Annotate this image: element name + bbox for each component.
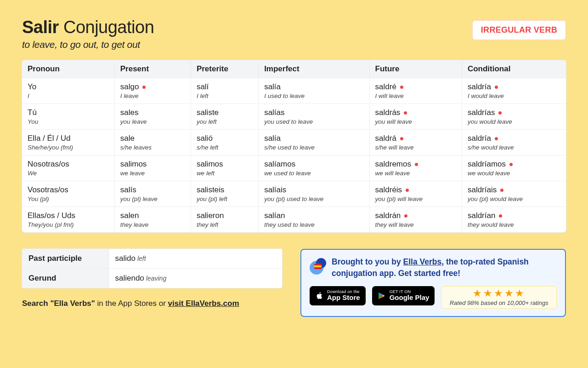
table-row: YoIsalgo I leavesalíI leftsalíaI used to…: [22, 78, 566, 104]
irregular-dot-icon: [415, 163, 418, 166]
irregular-dot-icon: [142, 86, 146, 89]
conjugation-cell: salgo I leave: [114, 78, 191, 104]
conjugation-cell: salíI left: [191, 78, 258, 104]
conjugation-cell: saliós/he left: [191, 130, 258, 155]
conjugation-cell: salíaI used to leave: [259, 78, 369, 104]
irregular-dot-icon: [498, 111, 502, 115]
conjugation-cell: salías/he used to leave: [259, 130, 369, 155]
star-icons: ★★★★★: [473, 288, 526, 299]
table-row: Ellas/os / UdsThey/you (pl fml)salenthey…: [22, 207, 566, 233]
google-play-icon: [378, 291, 386, 300]
table-row: Ella / Él / UdShe/he/you (fml)sales/he l…: [22, 130, 566, 155]
conjugation-cell: salieronthey left: [191, 207, 258, 233]
pronoun-cell: Vosotras/osYou (pl): [22, 181, 114, 207]
conjugation-cell: saldría s/he would leave: [462, 130, 566, 155]
column-header: Preterite: [191, 60, 258, 78]
visit-link[interactable]: visit EllaVerbs.com: [168, 299, 239, 308]
irregular-dot-icon: [499, 214, 502, 218]
column-header: Future: [369, 60, 462, 78]
apple-icon: [315, 291, 323, 300]
past-participle-label: Past participle: [22, 249, 108, 269]
title-suffix: Conjugation: [63, 17, 154, 37]
conjugation-cell: saldríais you (pl) would leave: [462, 181, 566, 207]
irregular-dot-icon: [495, 86, 498, 89]
conjugation-cell: salíaisyou (pl) used to leave: [259, 181, 369, 207]
conjugation-cell: saldremos we will leave: [369, 155, 462, 181]
page-title: Salir Conjugation: [22, 17, 154, 37]
conjugation-cell: salimoswe leave: [114, 155, 191, 181]
conjugation-cell: saldrás you will leave: [369, 104, 462, 130]
table-row: TúYousalesyou leavesalisteyou leftsalías…: [22, 104, 566, 130]
conjugation-cell: saldrán they will leave: [369, 207, 462, 233]
conjugation-cell: salisteisyou (pl) left: [191, 181, 258, 207]
column-header: Present: [114, 60, 191, 78]
irregular-dot-icon: [404, 111, 407, 115]
column-header: Imperfect: [259, 60, 369, 78]
table-row: Nosotras/osWesalimoswe leavesalimoswe le…: [22, 155, 566, 181]
conjugation-cell: sales/he leaves: [114, 130, 191, 155]
irregular-dot-icon: [400, 137, 403, 140]
participle-table: Past participle salidoleft Gerund salien…: [22, 249, 282, 288]
irregular-dot-icon: [400, 86, 403, 89]
conjugation-cell: saldrían they would leave: [462, 207, 566, 233]
pronoun-cell: TúYou: [22, 104, 114, 130]
conjugation-cell: saldré I will leave: [369, 78, 462, 104]
column-header: Pronoun: [22, 60, 114, 78]
app-logo-icon: [310, 258, 326, 275]
gerund-label: Gerund: [22, 269, 108, 288]
pronoun-cell: Ella / Él / UdShe/he/you (fml): [22, 130, 114, 155]
past-participle-value: salidoleft: [108, 249, 282, 269]
conjugation-cell: saldréis you (pl) will leave: [369, 181, 462, 207]
conjugation-cell: salísyou (pl) leave: [114, 181, 191, 207]
conjugation-table: PronounPresentPreteriteImperfectFutureCo…: [22, 60, 566, 232]
ella-verbs-link[interactable]: Ella Verbs: [403, 257, 442, 266]
irregular-dot-icon: [500, 189, 503, 192]
conjugation-cell: salisteyou left: [191, 104, 258, 130]
conjugation-cell: saldrías you would leave: [462, 104, 566, 130]
conjugation-cell: salíanthey used to leave: [259, 207, 369, 233]
gerund-value: saliendoleaving: [108, 269, 282, 288]
conjugation-cell: saldrá s/he will leave: [369, 130, 462, 155]
conjugation-cell: saldría I would leave: [462, 78, 566, 104]
search-hint: Search "Ella Verbs" in the App Stores or…: [22, 299, 282, 308]
irregular-dot-icon: [404, 214, 407, 218]
irregular-dot-icon: [509, 163, 513, 166]
pronoun-cell: Ellas/os / UdsThey/you (pl fml): [22, 207, 114, 233]
promo-text: Brought to you by Ella Verbs, the top-ra…: [332, 256, 557, 280]
conjugation-cell: salimoswe left: [191, 155, 258, 181]
conjugation-cell: salenthey leave: [114, 207, 191, 233]
conjugation-cell: salíamoswe used to leave: [259, 155, 369, 181]
pronoun-cell: YoI: [22, 78, 114, 104]
irregular-dot-icon: [495, 137, 498, 140]
table-row: Vosotras/osYou (pl)salísyou (pl) leavesa…: [22, 181, 566, 207]
pronoun-cell: Nosotras/osWe: [22, 155, 114, 181]
promo-panel: Brought to you by Ella Verbs, the top-ra…: [300, 249, 566, 317]
google-play-button[interactable]: GET IT ON Google Play: [372, 286, 435, 305]
app-store-button[interactable]: Download on the App Store: [310, 286, 366, 305]
irregular-dot-icon: [406, 189, 409, 192]
conjugation-cell: saldríamos we would leave: [462, 155, 566, 181]
conjugation-cell: salesyou leave: [114, 104, 191, 130]
irregular-badge: IRREGULAR VERB: [472, 20, 566, 40]
verb-name: Salir: [22, 17, 59, 37]
conjugation-cell: salíasyou used to leave: [259, 104, 369, 130]
rating-box: ★★★★★ Rated 98% based on 10,000+ ratings: [441, 286, 557, 309]
column-header: Conditional: [462, 60, 566, 78]
verb-translation: to leave, to go out, to get out: [22, 39, 154, 50]
